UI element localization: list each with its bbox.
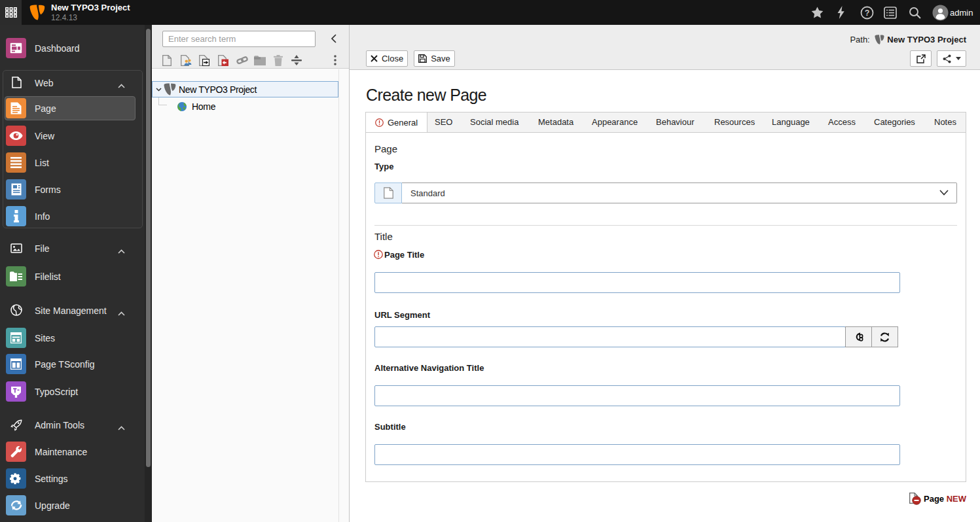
svg-text:?: ?	[864, 9, 869, 18]
